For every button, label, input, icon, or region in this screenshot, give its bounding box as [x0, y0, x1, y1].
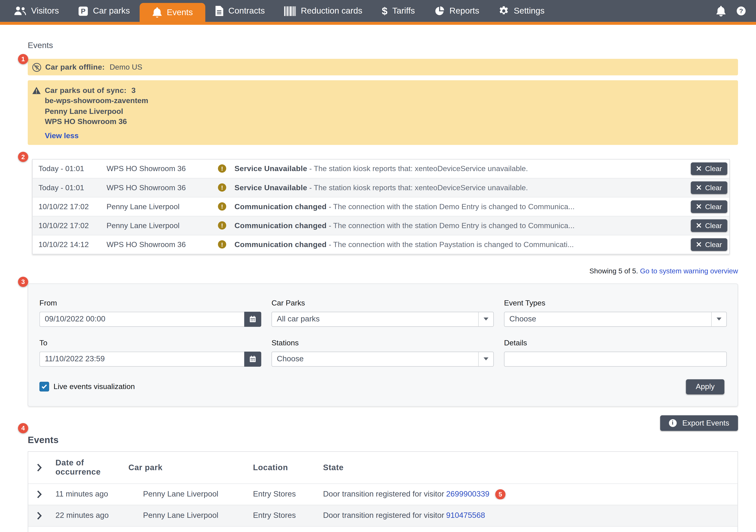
offline-banner: Car park offline: Demo US: [28, 59, 738, 75]
tab-label: Visitors: [31, 6, 59, 16]
tab-reduction-cards[interactable]: Reduction cards: [275, 0, 372, 22]
view-less-link[interactable]: View less: [45, 131, 79, 140]
out-of-sync-count: 3: [131, 86, 136, 95]
chevron-down-icon: [483, 358, 488, 360]
tab-contracts[interactable]: Contracts: [205, 0, 275, 22]
chevron-down-icon: [716, 318, 721, 321]
calendar-icon: [249, 355, 257, 363]
warnings-footer: Showing 5 of 5. Go to system warning ove…: [28, 267, 738, 275]
event-date: 11 minutes ago: [51, 490, 138, 498]
car-parks-field: Car Parks All car parks: [272, 298, 494, 327]
help-icon[interactable]: ?: [736, 6, 746, 16]
system-warning-overview-link[interactable]: Go to system warning overview: [640, 267, 738, 275]
annotation-badge-1: 1: [18, 54, 28, 64]
chevron-right-icon: [37, 463, 42, 471]
info-icon: i: [669, 419, 676, 427]
svg-text:?: ?: [739, 7, 743, 14]
warning-exclamation-icon: !: [218, 183, 226, 191]
tab-label: Reduction cards: [301, 6, 362, 16]
apply-button[interactable]: Apply: [686, 379, 724, 394]
stations-select[interactable]: Choose: [272, 351, 494, 366]
tab-settings[interactable]: Settings: [489, 0, 554, 22]
event-types-select[interactable]: Choose: [504, 311, 727, 327]
bell-icon: [152, 7, 162, 18]
warning-message: - The connection with the station Demo E…: [329, 221, 575, 229]
warning-row: Today - 01:01 WPS HO Showroom 36 ! Servi…: [33, 159, 729, 178]
check-icon: [41, 384, 47, 389]
offline-icon: [32, 63, 41, 71]
clear-warning-button[interactable]: Clear: [691, 162, 727, 175]
details-field: Details: [504, 338, 727, 366]
events-section-heading: Events: [28, 435, 738, 445]
warning-title: Communication changed: [234, 202, 327, 210]
dollar-icon: $: [382, 6, 388, 16]
out-of-sync-car-park: WPS HO Showroom 36: [45, 117, 738, 127]
warning-row: 10/10/22 14:12 WPS HO Showroom 36 ! Comm…: [33, 235, 729, 253]
offline-label: Car park offline:: [45, 63, 105, 71]
gear-icon: [499, 6, 509, 16]
out-of-sync-banner: Car parks out of sync: 3 be-wps-showroom…: [28, 80, 738, 145]
chevron-right-icon: [37, 490, 42, 498]
column-header-state: State: [318, 463, 738, 472]
visitor-link[interactable]: 2699900339: [446, 490, 489, 498]
visitor-link[interactable]: 910475568: [446, 511, 485, 520]
export-row: i Export Events: [28, 415, 738, 431]
main-content: Events Car park offline: Demo US Car par…: [0, 25, 756, 532]
out-of-sync-header: Car parks out of sync: 3: [32, 86, 738, 95]
clear-warning-button[interactable]: Clear: [691, 200, 727, 213]
from-calendar-button[interactable]: [244, 311, 261, 327]
page-title: Events: [28, 41, 738, 51]
warning-triangle-icon: [32, 87, 41, 94]
event-types-field: Event Types Choose: [504, 298, 727, 327]
top-nav: Visitors P Car parks Events Contracts Re…: [0, 0, 756, 22]
column-header-date: Date of occurrence: [51, 458, 124, 477]
warning-date: 10/10/22 17:02: [33, 202, 106, 211]
notifications-bell-icon[interactable]: [716, 6, 726, 16]
nav-spacer: [554, 0, 716, 22]
annotation-badge-5: 5: [495, 489, 505, 499]
pie-chart-icon: [434, 6, 445, 16]
warning-message: - The connection with the station Demo E…: [329, 202, 575, 210]
out-of-sync-car-park: be-wps-showroom-zaventem: [45, 96, 738, 106]
warning-date: 10/10/22 17:02: [33, 221, 106, 230]
warning-car-park: WPS HO Showroom 36: [106, 240, 218, 249]
tab-car-parks[interactable]: P Car parks: [68, 0, 140, 22]
tab-events[interactable]: Events: [140, 3, 205, 22]
live-events-label: Live events visualization: [53, 382, 135, 391]
tab-tariffs[interactable]: $ Tariffs: [372, 0, 425, 22]
warning-title: Service Unavailable: [234, 164, 307, 172]
car-parks-select[interactable]: All car parks: [272, 311, 494, 327]
clear-warning-button[interactable]: Clear: [691, 219, 727, 232]
details-input[interactable]: [504, 351, 727, 366]
showing-count: Showing 5 of 5.: [589, 267, 638, 275]
clear-warning-button[interactable]: Clear: [691, 238, 727, 251]
live-events-checkbox[interactable]: [40, 382, 49, 392]
chevron-down-icon: [483, 318, 488, 321]
column-header-location: Location: [248, 463, 318, 472]
tab-reports[interactable]: Reports: [425, 0, 489, 22]
from-input[interactable]: [40, 311, 244, 327]
chevron-right-icon: [37, 511, 42, 519]
events-table: Date of occurrence Car park Location Sta…: [28, 451, 738, 532]
to-input[interactable]: [40, 351, 244, 366]
svg-text:P: P: [81, 7, 86, 15]
tab-visitors[interactable]: Visitors: [4, 0, 69, 22]
warning-title: Communication changed: [234, 221, 327, 229]
nav-accent-bar: [0, 22, 756, 25]
expand-row-chevron[interactable]: [28, 490, 50, 498]
to-calendar-button[interactable]: [244, 351, 261, 366]
system-warnings-table: Today - 01:01 WPS HO Showroom 36 ! Servi…: [32, 159, 730, 254]
export-events-button[interactable]: i Export Events: [660, 415, 738, 431]
warning-car-park: WPS HO Showroom 36: [106, 164, 218, 173]
close-icon: [696, 204, 702, 209]
annotation-badge-2: 2: [18, 152, 28, 162]
event-car-park: Penny Lane Liverpool: [138, 490, 248, 498]
from-label: From: [40, 298, 261, 307]
warning-car-park: Penny Lane Liverpool: [106, 202, 218, 211]
expand-all-chevron[interactable]: [28, 463, 50, 471]
close-icon: [696, 223, 702, 228]
annotation-badge-4: 4: [18, 423, 28, 433]
clear-warning-button[interactable]: Clear: [691, 181, 727, 194]
expand-row-chevron[interactable]: [28, 511, 50, 519]
warning-row: Today - 01:01 WPS HO Showroom 36 ! Servi…: [33, 178, 729, 197]
